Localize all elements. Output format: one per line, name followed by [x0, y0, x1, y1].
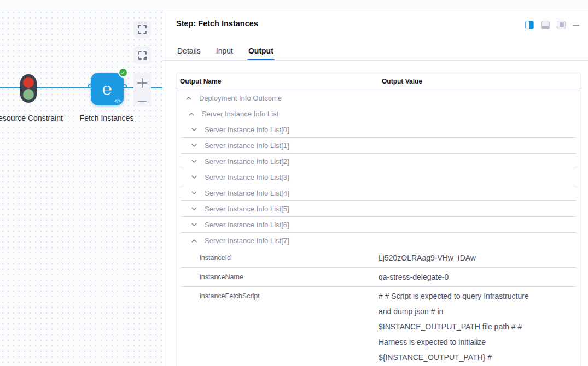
tree-row-label: Server Instance Info List[3]: [205, 173, 289, 181]
layout-split-bottom-icon[interactable]: [541, 21, 550, 29]
node-label-fetch-instances: Fetch Instances: [63, 113, 150, 124]
output-kv-row: instanceFetchScript# # Script is expecte…: [181, 287, 576, 366]
chevron-down-icon[interactable]: [190, 126, 199, 133]
output-table-header: Output Name Output Value: [177, 73, 580, 90]
stoplight-red-icon: [23, 77, 34, 88]
output-tree-row[interactable]: Server Instance Info List[1]: [181, 138, 576, 154]
chevron-down-icon[interactable]: [190, 221, 199, 228]
layout-overlay-icon[interactable]: [557, 21, 566, 29]
tab-input[interactable]: Input: [215, 42, 234, 60]
top-bar: [0, 0, 588, 9]
output-kv-row: instanceNameqa-stress-delegate-0: [181, 268, 576, 287]
zoom-controls[interactable]: [133, 73, 151, 107]
selection-icon: [138, 51, 147, 60]
node-port-left: [88, 84, 92, 88]
output-kv-row: instanceIdLj520zOLRAag9-VHw_IDAw: [181, 249, 576, 268]
column-output-name: Output Name: [180, 78, 221, 85]
tree-row-label: Server Instance Info List[4]: [205, 189, 289, 197]
panel-title: Step: Fetch Instances: [176, 19, 258, 28]
chevron-down-icon[interactable]: [190, 173, 199, 181]
column-output-value: Output Value: [382, 78, 422, 85]
output-tree-row[interactable]: Deployment Info Outcome: [181, 90, 576, 106]
tree-row-label: Server Instance Info List[2]: [205, 157, 289, 166]
output-key: instanceId: [200, 250, 379, 265]
output-tree-row[interactable]: Server Instance Info List[6]: [181, 217, 576, 233]
node-port-right: [123, 84, 127, 88]
zoom-to-fit-button[interactable]: [133, 21, 151, 38]
node-fetch-instances[interactable]: ℮ ✓ </>: [91, 73, 124, 105]
output-table: Output Name Output Value Deployment Info…: [176, 73, 581, 366]
output-key: instanceFetchScript: [200, 288, 379, 365]
tree-row-label: Server Instance Info List[6]: [205, 221, 289, 229]
output-value: Lj520zOLRAag9-VHw_IDAw: [379, 250, 529, 265]
tree-row-label: Server Instance Info List[5]: [205, 205, 289, 213]
output-tree-row[interactable]: Server Instance Info List[7]: [181, 233, 576, 249]
output-value: qa-stress-delegate-0: [379, 269, 529, 285]
chevron-down-icon[interactable]: [190, 141, 199, 149]
chevron-down-icon[interactable]: [190, 189, 199, 197]
step-details-panel: Step: Fetch Instances Details Input Outp…: [163, 10, 588, 366]
node-resource-constraint[interactable]: [20, 74, 37, 103]
fullscreen-icon: [137, 25, 147, 34]
code-icon: </>: [114, 98, 121, 104]
chevron-down-icon[interactable]: [190, 157, 199, 165]
output-tree-row[interactable]: Server Instance Info List[4]: [181, 185, 576, 201]
tree-row-label: Server Instance Info List: [202, 110, 278, 118]
tree-row-label: Deployment Info Outcome: [199, 94, 282, 102]
output-tree-row[interactable]: Server Instance Info List[5]: [181, 201, 576, 217]
chevron-up-icon[interactable]: [190, 237, 199, 245]
panel-header-icons: [525, 21, 579, 29]
layout-split-right-icon[interactable]: [525, 21, 534, 29]
output-tree-row[interactable]: Server Instance Info List[2]: [181, 154, 576, 169]
selection-mode-button[interactable]: [133, 46, 151, 64]
tree-row-label: Server Instance Info List[7]: [205, 237, 289, 245]
chevron-down-icon[interactable]: [190, 205, 199, 212]
output-key: instanceName: [200, 269, 379, 285]
zoom-out-icon[interactable]: [138, 101, 147, 102]
chevron-up-icon[interactable]: [184, 95, 193, 102]
output-rows: Deployment Info Outcome Server Instance …: [177, 90, 580, 366]
zoom-in-icon[interactable]: [137, 78, 148, 88]
tab-bar: Details Input Output: [176, 42, 275, 60]
minimize-icon[interactable]: [573, 25, 579, 26]
success-check-icon: ✓: [118, 68, 128, 78]
tab-details[interactable]: Details: [176, 42, 202, 60]
tree-row-label: Server Instance Info List[1]: [205, 141, 289, 150]
output-tree-row[interactable]: Server Instance Info List[3]: [181, 169, 576, 185]
tree-row-label: Server Instance Info List[0]: [205, 126, 289, 134]
chevron-up-icon[interactable]: [187, 110, 196, 118]
tab-output[interactable]: Output: [247, 42, 275, 60]
output-tree-row[interactable]: Server Instance Info List: [181, 106, 576, 122]
output-value: # # Script is expected to query Infrastr…: [379, 288, 529, 365]
pipeline-canvas[interactable]: Resource Constraint ℮ ✓ </> Fetch Instan…: [0, 10, 162, 366]
tab-bar-divider: [163, 60, 588, 61]
output-tree-row[interactable]: Server Instance Info List[0]: [181, 122, 576, 138]
node-label-resource-constraint: Resource Constraint: [0, 113, 63, 124]
stoplight-green-icon: [23, 89, 34, 100]
